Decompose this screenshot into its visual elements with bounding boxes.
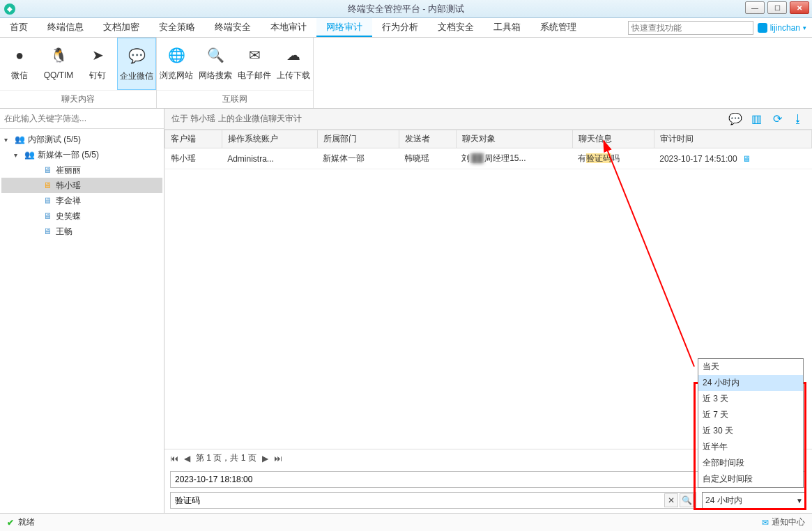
ribbon-icon: 🌐 (164, 43, 188, 67)
ribbon-btn-电子邮件[interactable]: ✉电子邮件 (235, 38, 274, 90)
time-option[interactable]: 近 7 天 (698, 407, 803, 423)
tree-node[interactable]: 🖥王畅 (1, 224, 162, 239)
menu-10[interactable]: 系统管理 (530, 18, 586, 37)
app-icon: ◆ (4, 3, 15, 15)
col-header[interactable]: 客户端 (165, 130, 222, 148)
menu-3[interactable]: 安全策略 (149, 18, 205, 37)
chevron-down-icon: ▼ (796, 497, 803, 505)
mail-icon[interactable]: ✉ (762, 518, 769, 528)
menu-0[interactable]: 首页 (0, 18, 38, 37)
time-range-dropdown[interactable]: 当天24 小时内近 3 天近 7 天近 30 天近半年全部时间段自定义时间段 (698, 358, 804, 488)
tree-node[interactable]: ▾👥新媒体一部 (5/5) (1, 147, 162, 162)
menu-6[interactable]: 网络审计 (316, 18, 372, 37)
col-header[interactable]: 聊天对象 (456, 130, 572, 148)
pc-icon: 🖥 (42, 196, 53, 206)
pager-last[interactable]: ⏭ (274, 454, 282, 463)
menu-9[interactable]: 工具箱 (484, 18, 530, 37)
ribbon: ●微信🐧QQ/TIM➤钉钉💬企业微信 聊天内容 🌐浏览网站🔍网络搜索✉电子邮件☁… (0, 38, 812, 109)
pager-text: 第 1 页，共 1 页 (196, 452, 256, 464)
pager-prev[interactable]: ◀ (184, 454, 190, 463)
tree-node[interactable]: 🖥韩小瑶 (1, 178, 162, 193)
menu-1[interactable]: 终端信息 (38, 18, 93, 37)
ribbon-group-internet: 🌐浏览网站🔍网络搜索✉电子邮件☁上传下载 互联网 (157, 38, 314, 108)
col-header[interactable]: 聊天信息 (572, 130, 654, 148)
menu-8[interactable]: 文档安全 (428, 18, 484, 37)
ribbon-btn-企业微信[interactable]: 💬企业微信 (117, 38, 156, 90)
notify-link[interactable]: 通知中心 (772, 516, 805, 528)
tree-node[interactable]: 🖥李金禅 (1, 193, 162, 208)
pager-first[interactable]: ⏮ (170, 454, 178, 463)
pc-icon: 🖥 (42, 226, 53, 236)
user-link[interactable]: lijinchan▾ (758, 23, 806, 33)
chat-tool-icon[interactable]: 💬 (728, 112, 742, 126)
menu-5[interactable]: 本地审计 (261, 18, 316, 37)
tree-node[interactable]: ▾👥内部测试 (5/5) (1, 132, 162, 147)
time-option[interactable]: 全部时间段 (698, 455, 803, 471)
ribbon-icon: ✉ (243, 43, 266, 67)
refresh-icon[interactable]: ⟳ (770, 112, 784, 126)
ribbon-btn-微信[interactable]: ●微信 (0, 38, 39, 90)
group-icon: 👥 (24, 150, 35, 160)
minimize-button[interactable]: — (745, 1, 765, 14)
ribbon-btn-网络搜索[interactable]: 🔍网络搜索 (196, 38, 235, 90)
quick-search-input[interactable] (628, 21, 753, 35)
group-icon: 👥 (14, 134, 25, 144)
pager-next[interactable]: ▶ (262, 454, 268, 463)
col-header[interactable]: 审计时间 (654, 130, 811, 148)
ribbon-group-label: 互联网 (157, 90, 313, 108)
pc-icon: 🖥 (42, 180, 53, 190)
col-header[interactable]: 操作系统账户 (222, 130, 317, 148)
search-icon[interactable]: 🔍 (680, 493, 694, 507)
time-option[interactable]: 近 30 天 (698, 423, 803, 439)
table-row[interactable]: 韩小瑶Administra...新媒体一部韩晓瑶刘██周经理15...有验证码吗… (165, 148, 812, 169)
menu-2[interactable]: 文档加密 (93, 18, 149, 37)
tree: ▾👥内部测试 (5/5)▾👥新媒体一部 (5/5)🖥崔丽丽🖥韩小瑶🖥李金禅🖥史笑… (0, 129, 164, 513)
ribbon-btn-浏览网站[interactable]: 🌐浏览网站 (157, 38, 196, 90)
menu-4[interactable]: 终端安全 (205, 18, 261, 37)
path-text: 位于 韩小瑶 上的企业微信聊天审计 (171, 113, 302, 125)
status-ok-icon: ✔ (7, 518, 14, 528)
status-text: 就绪 (18, 516, 35, 528)
menu-7[interactable]: 行为分析 (372, 18, 428, 37)
ribbon-icon: ➤ (86, 43, 109, 67)
status-bar: ✔ 就绪 ✉ 通知中心 (0, 513, 812, 531)
tree-node[interactable]: 🖥崔丽丽 (1, 162, 162, 178)
main-area: ▾👥内部测试 (5/5)▾👥新媒体一部 (5/5)🖥崔丽丽🖥韩小瑶🖥李金禅🖥史笑… (0, 109, 812, 513)
ribbon-btn-QQ/TIM[interactable]: 🐧QQ/TIM (39, 38, 78, 90)
combo-value: 24 小时内 (705, 495, 742, 507)
window-title: 终端安全管控平台 - 内部测试 (0, 3, 812, 15)
time-option[interactable]: 近 3 天 (698, 391, 803, 407)
ribbon-icon: 🐧 (47, 43, 70, 67)
path-bar: 位于 韩小瑶 上的企业微信聊天审计 💬 ▥ ⟳ ⭳ (164, 109, 812, 130)
ribbon-group-chat: ●微信🐧QQ/TIM➤钉钉💬企业微信 聊天内容 (0, 38, 157, 108)
monitor-icon: 🖥 (742, 154, 751, 164)
ribbon-btn-钉钉[interactable]: ➤钉钉 (78, 38, 117, 90)
ribbon-btn-上传下载[interactable]: ☁上传下载 (274, 38, 313, 90)
pc-icon: 🖥 (42, 165, 53, 175)
close-button[interactable]: ✕ (790, 1, 809, 14)
ribbon-group-label: 聊天内容 (0, 90, 156, 108)
title-bar: ◆ 终端安全管控平台 - 内部测试 — ☐ ✕ (0, 0, 812, 18)
col-header[interactable]: 所属部门 (317, 130, 399, 148)
col-header[interactable]: 发送者 (399, 130, 456, 148)
time-option[interactable]: 当天 (698, 359, 803, 375)
content: 位于 韩小瑶 上的企业微信聊天审计 💬 ▥ ⟳ ⭳ 客户端操作系统账户所属部门发… (164, 109, 812, 513)
time-range-combo[interactable]: 24 小时内 ▼ (702, 492, 806, 509)
ribbon-icon: ● (8, 43, 31, 67)
columns-tool-icon[interactable]: ▥ (749, 112, 763, 126)
filter-input[interactable] (4, 111, 160, 125)
time-option[interactable]: 24 小时内 (698, 375, 803, 391)
export-icon[interactable]: ⭳ (791, 112, 805, 126)
pc-icon: 🖥 (42, 211, 53, 221)
keyword-input[interactable] (170, 492, 696, 509)
maximize-button[interactable]: ☐ (767, 1, 787, 14)
user-icon (758, 23, 767, 33)
ribbon-icon: 🔍 (204, 43, 227, 67)
clear-icon[interactable]: ✕ (664, 493, 678, 507)
ribbon-icon: 💬 (125, 44, 148, 68)
time-option[interactable]: 自定义时间段 (698, 471, 803, 487)
ribbon-icon: ☁ (282, 43, 305, 67)
time-option[interactable]: 近半年 (698, 439, 803, 455)
menu-bar: 首页终端信息文档加密安全策略终端安全本地审计网络审计行为分析文档安全工具箱系统管… (0, 18, 812, 38)
tree-node[interactable]: 🖥史笑蝶 (1, 208, 162, 224)
